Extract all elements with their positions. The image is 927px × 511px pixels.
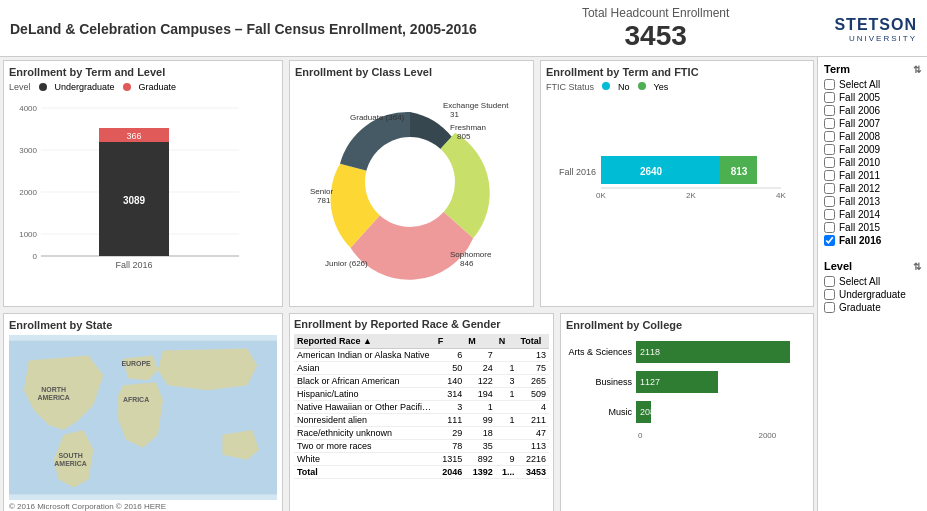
level-filter-header: Level ⇅ xyxy=(824,260,921,272)
svg-text:Fall 2016: Fall 2016 xyxy=(559,167,596,177)
term-checkbox-item[interactable]: Fall 2008 xyxy=(824,131,921,142)
svg-text:EUROPE: EUROPE xyxy=(121,360,151,367)
cell-race: Race/ethnicity unknown xyxy=(294,427,435,440)
college-bar-value: 2118 xyxy=(640,347,660,357)
term-checkbox[interactable] xyxy=(824,118,835,129)
ftic-legend: FTIC Status No Yes xyxy=(546,82,808,92)
level-checkbox[interactable] xyxy=(824,289,835,300)
level-sort-icon[interactable]: ⇅ xyxy=(913,261,921,272)
term-filter-section: Term ⇅ Select All Fall 2005Fall 2006Fall… xyxy=(824,63,921,248)
svg-text:781: 781 xyxy=(317,196,331,205)
main-content: Enrollment by Term and Level Level Under… xyxy=(0,57,927,511)
select-all-term-item[interactable]: Select All xyxy=(824,79,921,90)
term-checkbox-item[interactable]: Fall 2015 xyxy=(824,222,921,233)
term-checkbox-item[interactable]: Fall 2006 xyxy=(824,105,921,116)
svg-text:Freshman: Freshman xyxy=(450,123,486,132)
cell-f: 29 xyxy=(435,427,466,440)
cell-total: 75 xyxy=(517,362,549,375)
cell-race: Black or African American xyxy=(294,375,435,388)
map-footer: © 2016 Microsoft Corporation © 2016 HERE xyxy=(9,502,277,511)
cell-n-total: 1... xyxy=(496,466,518,479)
term-checkbox-label: Fall 2006 xyxy=(839,105,880,116)
level-checkboxes: UndergraduateGraduate xyxy=(824,289,921,313)
svg-text:AMERICA: AMERICA xyxy=(37,394,69,401)
term-checkbox-item[interactable]: Fall 2011 xyxy=(824,170,921,181)
cell-f: 140 xyxy=(435,375,466,388)
term-checkbox[interactable] xyxy=(824,183,835,194)
svg-text:31: 31 xyxy=(450,110,459,119)
term-checkbox-label: Fall 2016 xyxy=(839,235,881,246)
term-checkbox[interactable] xyxy=(824,131,835,142)
level-checkbox[interactable] xyxy=(824,302,835,313)
term-checkbox-label: Fall 2005 xyxy=(839,92,880,103)
term-level-panel: Enrollment by Term and Level Level Under… xyxy=(3,60,283,307)
stetson-name: STETSON xyxy=(834,16,917,34)
cell-total: 265 xyxy=(517,375,549,388)
term-checkbox-item[interactable]: Fall 2013 xyxy=(824,196,921,207)
state-panel: Enrollment by State xyxy=(3,313,283,511)
svg-text:Junior (626): Junior (626) xyxy=(325,259,368,268)
term-checkbox-item[interactable]: Fall 2016 xyxy=(824,235,921,246)
term-checkbox-label: Fall 2011 xyxy=(839,170,880,181)
donut-hole xyxy=(365,137,455,227)
college-label: Arts & Sciences xyxy=(566,347,636,357)
term-checkbox[interactable] xyxy=(824,157,835,168)
level-checkbox-item[interactable]: Graduate xyxy=(824,302,921,313)
term-checkbox-item[interactable]: Fall 2009 xyxy=(824,144,921,155)
term-checkbox-item[interactable]: Fall 2010 xyxy=(824,157,921,168)
cell-f: 111 xyxy=(435,414,466,427)
college-panel: Enrollment by College Arts & Sciences211… xyxy=(560,313,814,511)
term-checkbox[interactable] xyxy=(824,144,835,155)
term-checkbox[interactable] xyxy=(824,92,835,103)
top-charts-row: Enrollment by Term and Level Level Under… xyxy=(0,57,817,310)
level-checkbox-label: Undergraduate xyxy=(839,289,906,300)
term-checkbox[interactable] xyxy=(824,235,835,246)
svg-text:3089: 3089 xyxy=(123,195,146,206)
term-checkbox-label: Fall 2009 xyxy=(839,144,880,155)
level-checkbox-item[interactable]: Undergraduate xyxy=(824,289,921,300)
ftic-status-label: FTIC Status xyxy=(546,82,594,92)
select-all-level-item[interactable]: Select All xyxy=(824,276,921,287)
term-checkbox[interactable] xyxy=(824,170,835,181)
college-label: Music xyxy=(566,407,636,417)
term-checkbox[interactable] xyxy=(824,209,835,220)
cell-f: 6 xyxy=(435,349,466,362)
select-all-level-checkbox[interactable] xyxy=(824,276,835,287)
cell-n xyxy=(496,440,518,453)
svg-text:NORTH: NORTH xyxy=(41,386,66,393)
cell-m: 7 xyxy=(465,349,496,362)
select-all-term-checkbox[interactable] xyxy=(824,79,835,90)
term-checkbox-item[interactable]: Fall 2005 xyxy=(824,92,921,103)
total-row: Total204613921...3453 xyxy=(294,466,549,479)
svg-text:SOUTH: SOUTH xyxy=(58,452,82,459)
sort-icon[interactable]: ▲ xyxy=(363,336,372,346)
ftic-yes-dot xyxy=(638,82,646,90)
right-sidebar: Term ⇅ Select All Fall 2005Fall 2006Fall… xyxy=(817,57,927,511)
cell-m: 35 xyxy=(465,440,496,453)
term-checkbox-item[interactable]: Fall 2007 xyxy=(824,118,921,129)
select-all-level-label: Select All xyxy=(839,276,880,287)
term-checkbox-label: Fall 2014 xyxy=(839,209,880,220)
term-level-svg: 4000 3000 2000 1000 0 3089 xyxy=(9,96,249,271)
level-filter-section: Level ⇅ Select All UndergraduateGraduate xyxy=(824,260,921,315)
cell-n xyxy=(496,427,518,440)
term-checkbox[interactable] xyxy=(824,222,835,233)
cell-m-total: 1392 xyxy=(465,466,496,479)
cell-n: 9 xyxy=(496,453,518,466)
term-checkbox[interactable] xyxy=(824,105,835,116)
svg-text:4000: 4000 xyxy=(19,104,37,113)
svg-text:0: 0 xyxy=(33,252,38,261)
map-svg: NORTH AMERICA SOUTH AMERICA AFRICA EUROP… xyxy=(9,340,277,495)
term-checkbox-item[interactable]: Fall 2012 xyxy=(824,183,921,194)
term-checkbox[interactable] xyxy=(824,196,835,207)
term-sort-icon[interactable]: ⇅ xyxy=(913,64,921,75)
cell-race: Hispanic/Latino xyxy=(294,388,435,401)
grad-dot xyxy=(123,83,131,91)
race-table: Reported Race ▲ F M N Total American Ind… xyxy=(294,334,549,479)
svg-text:2640: 2640 xyxy=(640,166,663,177)
term-checkbox-item[interactable]: Fall 2014 xyxy=(824,209,921,220)
cell-total: 113 xyxy=(517,440,549,453)
term-checkboxes: Fall 2005Fall 2006Fall 2007Fall 2008Fall… xyxy=(824,92,921,246)
cell-total-total: 3453 xyxy=(517,466,549,479)
bottom-charts-row: Enrollment by State xyxy=(0,310,817,511)
